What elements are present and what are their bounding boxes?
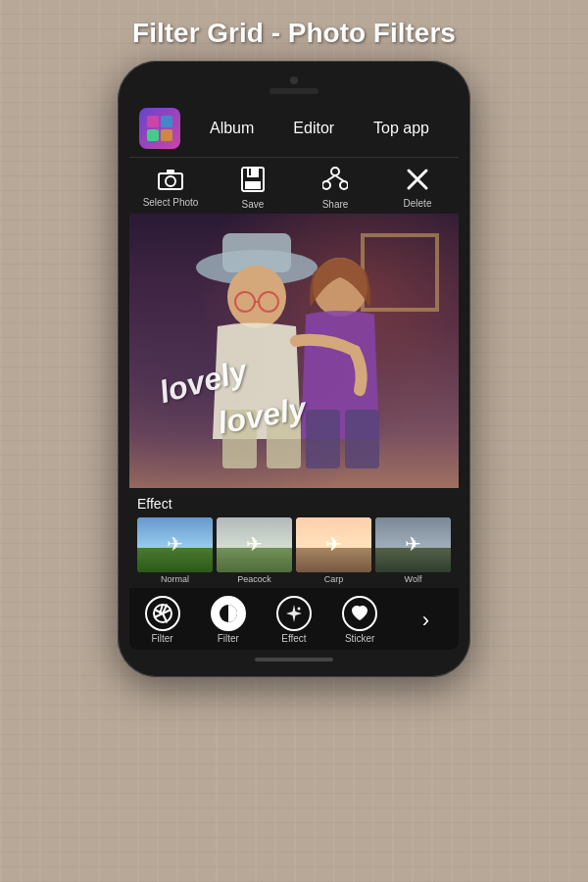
svg-rect-1 <box>161 116 172 127</box>
svg-rect-10 <box>249 169 251 175</box>
effect-carp[interactable]: ✈ Carp <box>296 517 371 584</box>
peacock-thumbnail: ✈ <box>217 517 292 572</box>
effect-peacock[interactable]: ✈ Peacock <box>217 517 292 584</box>
filter1-button[interactable]: Filter <box>135 596 189 644</box>
save-icon <box>240 166 266 197</box>
couple-image <box>129 214 459 488</box>
share-icon <box>322 166 348 197</box>
svg-rect-3 <box>161 129 172 141</box>
phone-screen: Album Editor Top app Select Photo <box>129 100 459 650</box>
wolf-label: Wolf <box>405 574 422 584</box>
svg-point-5 <box>166 176 175 186</box>
sparkle-icon <box>276 596 312 631</box>
save-button[interactable]: Save <box>223 166 282 210</box>
wolf-thumbnail: ✈ <box>375 517 451 572</box>
plane-icon: ✈ <box>325 532 342 556</box>
delete-button[interactable]: Delete <box>388 167 447 209</box>
delete-label: Delete <box>404 198 432 209</box>
plane-icon: ✈ <box>405 532 421 556</box>
camera-dot <box>290 76 298 84</box>
svg-point-11 <box>331 168 339 175</box>
delete-icon <box>405 167 430 196</box>
effect-section: Effect ✈ Normal ✈ <box>129 488 459 588</box>
effect-button[interactable]: Effect <box>267 596 320 644</box>
phone-top <box>129 73 459 100</box>
select-photo-label: Select Photo <box>143 197 199 208</box>
sticker-label: Sticker <box>345 633 375 644</box>
svg-line-15 <box>335 175 344 181</box>
photo-area: lovely lovely <box>129 214 459 488</box>
half-circle-icon <box>211 596 246 631</box>
effect-thumbnails: ✈ Normal ✈ Peacock <box>137 517 451 584</box>
sticker-button[interactable]: Sticker <box>333 596 387 644</box>
page-title: Filter Grid - Photo Filters <box>0 0 588 61</box>
effect-section-label: Effect <box>137 496 451 512</box>
svg-point-13 <box>340 181 348 189</box>
speaker-grille <box>270 88 318 94</box>
nav-tab-editor[interactable]: Editor <box>285 116 342 141</box>
svg-line-14 <box>326 175 335 181</box>
phone-bottom <box>129 650 459 665</box>
home-indicator[interactable] <box>255 658 333 662</box>
svg-rect-6 <box>167 170 174 174</box>
filter2-label: Filter <box>218 633 239 644</box>
nav-tabs: Album Editor Top app <box>190 116 449 141</box>
normal-label: Normal <box>161 574 189 584</box>
normal-thumbnail: ✈ <box>137 517 213 572</box>
aperture-icon <box>145 596 180 631</box>
filter2-button[interactable]: Filter <box>201 596 255 644</box>
effect-label: Effect <box>281 633 306 644</box>
effect-wolf[interactable]: ✈ Wolf <box>375 517 451 584</box>
next-button[interactable]: › <box>399 600 453 641</box>
next-arrow-icon: › <box>415 600 437 641</box>
svg-rect-0 <box>147 116 159 127</box>
plane-icon: ✈ <box>246 532 263 556</box>
svg-rect-2 <box>147 129 159 141</box>
bottom-toolbar: Filter Filter Effect <box>129 588 459 650</box>
toolbar: Select Photo Save <box>129 157 459 214</box>
app-nav: Album Editor Top app <box>129 100 459 157</box>
app-logo <box>139 108 180 149</box>
share-button[interactable]: Share <box>306 166 365 210</box>
phone-frame: Album Editor Top app Select Photo <box>118 61 470 677</box>
share-label: Share <box>322 199 349 210</box>
nav-tab-topapp[interactable]: Top app <box>366 116 437 141</box>
svg-rect-8 <box>247 168 259 177</box>
svg-rect-28 <box>306 410 340 468</box>
carp-thumbnail: ✈ <box>296 517 371 572</box>
filter1-label: Filter <box>151 633 172 644</box>
carp-label: Carp <box>324 574 344 584</box>
select-photo-button[interactable]: Select Photo <box>141 168 200 208</box>
camera-icon <box>157 168 184 195</box>
svg-rect-9 <box>245 181 261 189</box>
svg-line-34 <box>154 613 163 617</box>
svg-point-39 <box>297 608 300 611</box>
heart-icon <box>342 596 377 631</box>
nav-tab-album[interactable]: Album <box>202 116 262 141</box>
effect-normal[interactable]: ✈ Normal <box>137 517 213 584</box>
svg-point-12 <box>322 181 330 189</box>
peacock-label: Peacock <box>237 574 271 584</box>
svg-rect-29 <box>345 410 379 468</box>
plane-icon: ✈ <box>167 532 183 556</box>
save-label: Save <box>242 199 265 210</box>
